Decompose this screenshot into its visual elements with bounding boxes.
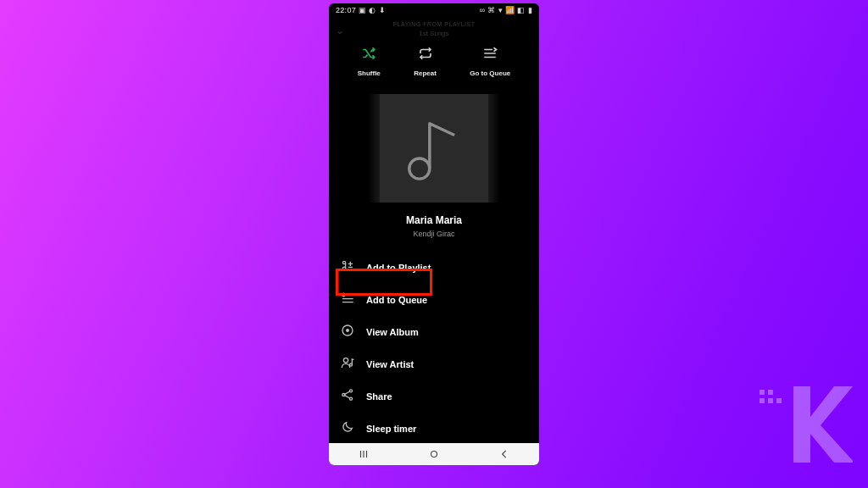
svg-point-5 bbox=[347, 330, 349, 332]
menu-view-album[interactable]: View Album bbox=[329, 316, 539, 348]
top-actions: Shuffle Repeat Go to Queue bbox=[329, 37, 539, 89]
recent-apps-button[interactable] bbox=[358, 448, 370, 460]
chevron-down-icon[interactable]: ⌄ bbox=[336, 25, 344, 36]
menu-label: Add to Queue bbox=[366, 295, 427, 305]
svg-rect-16 bbox=[768, 398, 773, 403]
menu-label: Add to Playlist bbox=[366, 263, 431, 273]
menu-label: Share bbox=[366, 391, 392, 402]
svg-point-0 bbox=[409, 158, 430, 179]
menu-share[interactable]: Share bbox=[329, 380, 539, 413]
shuffle-icon bbox=[361, 46, 376, 64]
status-icon: ▣ bbox=[359, 6, 366, 14]
svg-rect-14 bbox=[768, 390, 773, 395]
status-icon: ◐ bbox=[369, 6, 376, 14]
go-to-queue-button[interactable]: Go to Queue bbox=[470, 46, 510, 77]
album-icon bbox=[341, 324, 354, 341]
context-menu: Add to Playlist Add to Queue View A bbox=[329, 252, 539, 465]
album-art bbox=[380, 94, 488, 202]
share-icon bbox=[341, 388, 354, 405]
now-playing-header: ⌄ PLAYING FROM PLAYLIST 1st Songs bbox=[329, 16, 539, 37]
menu-label: View Artist bbox=[366, 359, 414, 369]
svg-point-10 bbox=[349, 397, 352, 400]
playlist-add-icon bbox=[341, 259, 354, 276]
status-icon: 📶 bbox=[505, 6, 515, 14]
svg-point-6 bbox=[343, 358, 348, 363]
artist-icon bbox=[341, 356, 354, 373]
repeat-label: Repeat bbox=[414, 69, 437, 77]
moon-icon bbox=[341, 420, 354, 437]
svg-rect-13 bbox=[760, 390, 765, 395]
status-icon: ◧ bbox=[517, 6, 525, 14]
queue-icon bbox=[482, 46, 498, 64]
watermark-k bbox=[760, 386, 853, 466]
status-icon: ⌘ bbox=[487, 6, 495, 14]
repeat-button[interactable]: Repeat bbox=[414, 46, 437, 77]
shuffle-button[interactable]: Shuffle bbox=[358, 46, 381, 77]
status-icon: ⬇ bbox=[379, 6, 386, 14]
canvas: 22:07 ▣ ◐ ⬇ ∞ ⌘ ▾ 📶 ◧ ▮ ⌄ PLAYING FROM P… bbox=[0, 0, 868, 488]
song-artist: Kendji Girac bbox=[329, 230, 539, 238]
svg-point-12 bbox=[431, 452, 437, 458]
menu-sleep-timer[interactable]: Sleep timer bbox=[329, 413, 539, 445]
menu-label: View Album bbox=[366, 327, 419, 337]
repeat-icon bbox=[418, 46, 433, 64]
menu-label: Sleep timer bbox=[366, 424, 416, 434]
status-bar: 22:07 ▣ ◐ ⬇ ∞ ⌘ ▾ 📶 ◧ ▮ bbox=[329, 3, 539, 16]
menu-add-to-playlist[interactable]: Add to Playlist bbox=[329, 252, 539, 284]
queue-label: Go to Queue bbox=[470, 69, 510, 77]
status-icon: ▾ bbox=[498, 6, 503, 14]
svg-rect-17 bbox=[776, 398, 782, 403]
menu-view-artist[interactable]: View Artist bbox=[329, 348, 539, 380]
menu-add-to-queue[interactable]: Add to Queue bbox=[329, 284, 539, 316]
header-playlist: 1st Songs bbox=[329, 30, 539, 37]
android-nav-bar bbox=[329, 443, 539, 465]
queue-add-icon bbox=[341, 291, 354, 308]
back-button[interactable] bbox=[498, 448, 510, 460]
song-title: Maria Maria bbox=[329, 214, 539, 226]
svg-point-9 bbox=[349, 390, 352, 392]
phone-screen: 22:07 ▣ ◐ ⬇ ∞ ⌘ ▾ 📶 ◧ ▮ ⌄ PLAYING FROM P… bbox=[329, 3, 539, 465]
album-art-wrap bbox=[329, 94, 539, 202]
shuffle-label: Shuffle bbox=[358, 69, 381, 77]
svg-point-8 bbox=[342, 393, 345, 396]
svg-rect-15 bbox=[760, 398, 765, 403]
status-icon: ∞ bbox=[480, 6, 486, 14]
home-button[interactable] bbox=[428, 448, 440, 460]
music-note-icon bbox=[398, 112, 470, 185]
header-from: PLAYING FROM PLAYLIST bbox=[329, 21, 539, 27]
status-time: 22:07 bbox=[336, 6, 356, 14]
status-icon: ▮ bbox=[528, 6, 532, 14]
